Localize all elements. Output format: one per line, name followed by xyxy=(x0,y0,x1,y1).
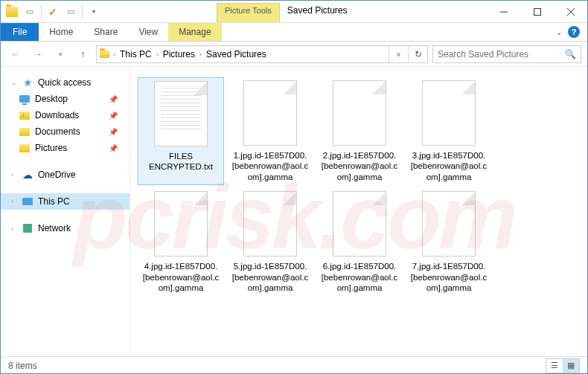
breadcrumb-this-pc[interactable]: This PC xyxy=(117,49,155,59)
file-thumbnail xyxy=(243,80,297,146)
file-name-label: 3.jpg.id-1E857D00.[bebenrowan@aol.com].g… xyxy=(409,150,489,182)
navigation-pane: ⌄ ★ Quick access Desktop 📌 Downloads 📌 D… xyxy=(1,67,130,356)
chevron-right-icon[interactable]: › xyxy=(11,171,17,178)
contextual-tab-header: Picture Tools xyxy=(217,3,280,22)
window-controls xyxy=(487,1,587,22)
file-thumbnail xyxy=(422,80,476,146)
file-thumbnail xyxy=(243,191,297,257)
up-button[interactable]: ↑ xyxy=(74,45,92,63)
item-count: 8 items xyxy=(8,361,37,371)
pin-icon: 📌 xyxy=(109,95,118,103)
file-name-label: 5.jpg.id-1E857D00.[bebenrowan@aol.com].g… xyxy=(230,261,310,293)
help-button[interactable]: ? xyxy=(568,26,580,38)
chevron-right-icon[interactable]: › xyxy=(155,51,160,58)
nav-label: Desktop xyxy=(35,94,68,104)
file-item[interactable]: 2.jpg.id-1E857D00.[bebenrowan@aol.com].g… xyxy=(316,77,403,185)
close-button[interactable] xyxy=(554,1,587,23)
window-title: Saved Pictures xyxy=(280,1,355,22)
file-thumbnail xyxy=(422,191,476,257)
tab-manage[interactable]: Manage xyxy=(168,23,221,41)
view-toggle: ☰ ▦ xyxy=(546,358,580,373)
chevron-right-icon[interactable]: › xyxy=(198,51,203,58)
address-dropdown[interactable]: v xyxy=(389,46,408,62)
search-icon[interactable]: 🔍 xyxy=(565,49,576,59)
file-name-label: FILES ENCRYPTED.txt xyxy=(141,151,220,173)
file-item[interactable]: 1.jpg.id-1E857D00.[bebenrowan@aol.com].g… xyxy=(227,77,313,185)
file-item[interactable]: 5.jpg.id-1E857D00.[bebenrowan@aol.com].g… xyxy=(227,188,313,296)
file-item[interactable]: 3.jpg.id-1E857D00.[bebenrowan@aol.com].g… xyxy=(406,77,492,185)
nav-label: This PC xyxy=(38,196,70,207)
maximize-button[interactable] xyxy=(520,1,554,23)
file-tab[interactable]: File xyxy=(1,23,39,41)
file-item[interactable]: 4.jpg.id-1E857D00.[bebenrowan@aol.com].g… xyxy=(138,188,224,296)
collapse-ribbon-button[interactable]: ⌄ xyxy=(556,28,562,36)
tab-share[interactable]: Share xyxy=(83,23,128,41)
minimize-button[interactable] xyxy=(487,1,520,23)
back-button[interactable]: ← xyxy=(7,45,25,63)
icons-view-button[interactable]: ▦ xyxy=(563,359,579,373)
nav-documents[interactable]: Documents 📌 xyxy=(1,123,130,140)
file-thumbnail xyxy=(333,191,386,257)
chevron-right-icon[interactable]: › xyxy=(11,198,17,205)
recent-locations-button[interactable]: ▾ xyxy=(51,45,69,63)
cloud-icon: ☁ xyxy=(22,169,33,181)
folder-icon xyxy=(19,144,30,152)
chevron-right-icon[interactable]: › xyxy=(11,225,17,232)
folder-icon xyxy=(97,51,112,58)
file-thumbnail xyxy=(154,191,208,257)
qat-customize[interactable]: ▾ xyxy=(86,4,102,20)
file-item[interactable]: 7.jpg.id-1E857D00.[bebenrowan@aol.com].g… xyxy=(406,188,492,296)
star-icon: ★ xyxy=(22,77,33,88)
nav-label: Pictures xyxy=(35,143,67,153)
address-bar[interactable]: › This PC › Pictures › Saved Pictures v … xyxy=(96,45,428,63)
nav-downloads[interactable]: Downloads 📌 xyxy=(1,107,130,123)
search-input[interactable] xyxy=(438,49,565,59)
refresh-button[interactable]: ↻ xyxy=(408,46,427,62)
nav-quick-access[interactable]: ⌄ ★ Quick access xyxy=(1,74,130,91)
nav-label: Downloads xyxy=(35,110,79,120)
file-name-label: 6.jpg.id-1E857D00.[bebenrowan@aol.com].g… xyxy=(319,261,400,293)
pin-icon: 📌 xyxy=(109,144,118,152)
forward-button[interactable]: → xyxy=(29,45,47,63)
nav-network[interactable]: › Network xyxy=(1,220,130,236)
title-bar: ▭ ✓ ▭ ▾ Picture Tools Saved Pictures xyxy=(1,1,587,23)
file-item[interactable]: 6.jpg.id-1E857D00.[bebenrowan@aol.com].g… xyxy=(316,188,403,296)
nav-label: Documents xyxy=(35,126,80,137)
file-name-label: 2.jpg.id-1E857D00.[bebenrowan@aol.com].g… xyxy=(319,150,400,182)
tab-home[interactable]: Home xyxy=(39,23,83,41)
nav-label: Network xyxy=(38,223,71,233)
pin-icon: 📌 xyxy=(109,128,118,136)
qat-check-button[interactable]: ✓ xyxy=(45,4,61,20)
file-item[interactable]: FILES ENCRYPTED.txt xyxy=(138,77,224,185)
file-name-label: 4.jpg.id-1E857D00.[bebenrowan@aol.com].g… xyxy=(141,261,221,293)
desktop-icon xyxy=(19,95,30,103)
nav-desktop[interactable]: Desktop 📌 xyxy=(1,91,130,107)
ribbon-tabs: File Home Share View Manage ⌄ ? xyxy=(1,23,587,42)
tab-view[interactable]: View xyxy=(128,23,168,41)
pin-icon: 📌 xyxy=(109,112,118,120)
file-thumbnail xyxy=(333,80,386,146)
breadcrumb-saved-pictures[interactable]: Saved Pictures xyxy=(203,49,269,59)
details-view-button[interactable]: ☰ xyxy=(546,359,563,373)
downloads-icon xyxy=(19,112,30,120)
qat-properties-button[interactable]: ▭ xyxy=(22,4,38,20)
pc-icon xyxy=(22,198,33,205)
folder-icon xyxy=(19,128,30,136)
chevron-down-icon[interactable]: ⌄ xyxy=(11,79,17,86)
nav-pictures[interactable]: Pictures 📌 xyxy=(1,140,130,156)
qat-dropdown[interactable]: ▭ xyxy=(63,4,79,20)
search-box[interactable]: 🔍 xyxy=(432,45,581,63)
chevron-right-icon[interactable]: › xyxy=(112,51,117,58)
file-list[interactable]: FILES ENCRYPTED.txt1.jpg.id-1E857D00.[be… xyxy=(130,67,587,356)
divider xyxy=(41,5,42,19)
file-name-label: 1.jpg.id-1E857D00.[bebenrowan@aol.com].g… xyxy=(230,150,310,182)
quick-access-toolbar: ▭ ✓ ▭ ▾ xyxy=(1,1,105,22)
nav-label: Quick access xyxy=(38,77,91,88)
nav-onedrive[interactable]: › ☁ OneDrive xyxy=(1,167,130,183)
folder-icon xyxy=(4,4,20,20)
breadcrumb-pictures[interactable]: Pictures xyxy=(160,49,198,59)
network-icon xyxy=(23,224,32,233)
svg-rect-1 xyxy=(534,9,540,16)
navigation-bar: ← → ▾ ↑ › This PC › Pictures › Saved Pic… xyxy=(1,42,587,67)
nav-this-pc[interactable]: › This PC xyxy=(1,193,130,210)
